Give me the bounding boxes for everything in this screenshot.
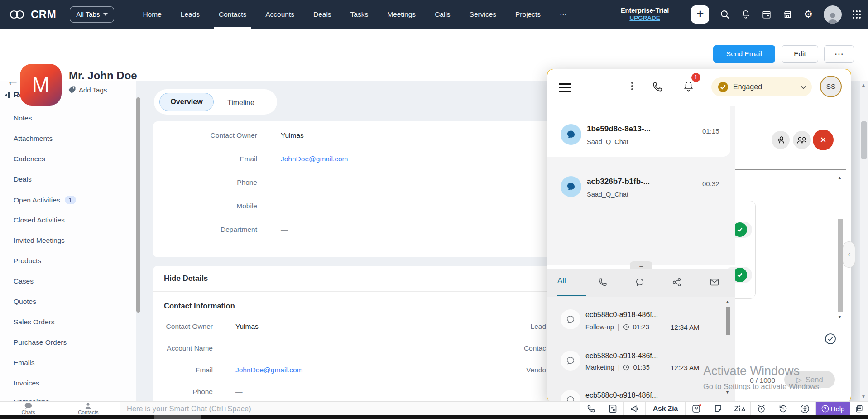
page-scrollbar-thumb[interactable] (861, 121, 867, 159)
chats-tab[interactable]: Chats (21, 402, 35, 415)
recent-items-icon[interactable] (772, 402, 794, 415)
zia-icon[interactable] (729, 402, 750, 415)
upgrade-link[interactable]: UPGRADE (621, 14, 669, 22)
email-link[interactable]: JohnDoe@gmail.com (281, 155, 348, 163)
nav-item-home[interactable]: Home (133, 0, 171, 29)
conversation-scrollbar[interactable]: ▲ ▼ (725, 298, 731, 402)
collapse-panel-tab[interactable]: ‹ (843, 241, 855, 268)
scroll-down-icon[interactable]: ▼ (861, 394, 866, 399)
conversation-id[interactable]: ecb588c0-a918-486f... (585, 352, 658, 360)
widget-phone-icon[interactable] (652, 81, 663, 93)
sticky-note-icon[interactable] (707, 402, 729, 415)
quick-create-button[interactable]: + (691, 5, 709, 24)
agent-status-dropdown[interactable]: Engaged (711, 77, 812, 96)
notifications-bell-icon[interactable] (741, 10, 751, 19)
sidebar-item-products[interactable]: Products (14, 257, 41, 265)
nav-item-accounts[interactable]: Accounts (256, 0, 304, 29)
call-id[interactable]: 1be59d8c-8e13-... (587, 125, 651, 134)
reminders-icon[interactable] (750, 402, 772, 415)
send-email-button[interactable]: Send Email (713, 45, 775, 63)
sidebar-item-campaigns[interactable]: Campaigns (14, 398, 49, 401)
nav-item-calls[interactable]: Calls (425, 0, 460, 29)
tab-share-icon[interactable] (672, 277, 682, 287)
sidebar-item-emails[interactable]: Emails (14, 359, 35, 367)
nav-item-projects[interactable]: Projects (506, 0, 550, 29)
clipboard-icon[interactable] (850, 402, 868, 415)
add-tags-button[interactable]: Add Tags (68, 86, 107, 94)
search-icon[interactable] (720, 10, 730, 19)
hide-details-toggle[interactable]: Hide Details (164, 274, 208, 283)
app-grid-icon[interactable] (853, 10, 861, 19)
signals-icon[interactable] (685, 402, 707, 415)
conversation-scrollbar-thumb[interactable] (726, 307, 730, 335)
contact-avatar[interactable]: M (20, 64, 62, 106)
send-message-button[interactable]: ▷ Send (784, 371, 835, 388)
more-actions-button[interactable]: ⋯ (824, 45, 854, 63)
nav-item-deals[interactable]: Deals (304, 0, 341, 29)
scroll-up-icon[interactable]: ▲ (861, 82, 866, 87)
tab-overview[interactable]: Overview (159, 93, 214, 111)
page-scrollbar[interactable]: ▲ ▼ (860, 81, 868, 401)
call-id[interactable]: acb326b7-b1fb-... (587, 177, 650, 186)
open-activities-count-badge: 1 (65, 196, 76, 204)
agent-avatar[interactable]: SS (820, 76, 842, 97)
tab-chats-bubble-icon[interactable] (635, 277, 645, 287)
announcements-icon[interactable] (623, 402, 645, 415)
back-arrow-icon[interactable]: ← (6, 74, 19, 88)
marketplace-icon[interactable] (782, 10, 793, 19)
nav-item-tasks[interactable]: Tasks (341, 0, 378, 29)
widget-kebab-icon[interactable] (631, 82, 633, 84)
drag-handle[interactable]: ☰ (630, 261, 652, 269)
scroll-up-icon[interactable]: ▲ (838, 175, 842, 180)
feedback-icon[interactable] (602, 402, 623, 415)
mark-complete-icon[interactable] (825, 333, 836, 345)
nav-more-icon[interactable]: ⋯ (550, 0, 576, 29)
nav-item-meetings[interactable]: Meetings (378, 0, 425, 29)
scroll-down-icon[interactable]: ▼ (838, 315, 842, 319)
smartchat-input[interactable] (120, 405, 580, 413)
transfer-call-button[interactable] (772, 131, 790, 149)
accessibility-icon[interactable] (794, 402, 815, 415)
sidebar-item-attachments[interactable]: Attachments (14, 135, 53, 143)
sidebar-item-notes[interactable]: Notes (14, 114, 32, 122)
collapse-sidebar-icon[interactable] (4, 92, 11, 99)
sidebar-item-invited-meetings[interactable]: Invited Meetings (14, 236, 65, 245)
sidebar-item-invoices[interactable]: Invoices (14, 379, 39, 387)
sidebar-item-purchase-orders[interactable]: Purchase Orders (14, 338, 67, 347)
ask-zia-button[interactable]: Ask Zia (645, 402, 685, 415)
calendar-icon[interactable] (762, 10, 772, 19)
end-call-button[interactable]: ✕ (813, 130, 834, 150)
sidebar-item-closed-activities[interactable]: Closed Activities (14, 216, 65, 224)
tab-email-icon[interactable] (710, 277, 719, 287)
transcript-scrollbar-thumb[interactable] (838, 219, 843, 312)
tab-timeline[interactable]: Timeline (223, 97, 259, 109)
edit-button[interactable]: Edit (782, 45, 818, 63)
nav-item-leads[interactable]: Leads (171, 0, 209, 29)
nav-item-services[interactable]: Services (460, 0, 506, 29)
conference-button[interactable] (793, 131, 811, 149)
sidebar-item-open-activities[interactable]: Open Activities 1 (14, 196, 76, 204)
widget-menu-icon[interactable] (559, 83, 571, 85)
email-link[interactable]: JohnDoe@gmail.com (235, 366, 302, 374)
scroll-up-icon[interactable]: ▲ (725, 299, 729, 304)
sidebar-item-deals[interactable]: Deals (14, 175, 32, 183)
conversation-id[interactable]: ecb588c0-a918-486f... (585, 311, 658, 319)
widget-bell-icon[interactable] (682, 80, 695, 93)
user-avatar[interactable] (824, 5, 842, 24)
contacts-tab[interactable]: Contacts (78, 402, 98, 415)
nav-item-contacts[interactable]: Contacts (209, 0, 256, 29)
conversation-avatar-icon (561, 309, 580, 329)
sidebar-scrollbar[interactable] (136, 97, 140, 313)
help-button[interactable]: Help (815, 402, 850, 415)
all-tabs-dropdown[interactable]: All Tabs (70, 6, 114, 23)
sidebar-item-sales-orders[interactable]: Sales Orders (14, 318, 54, 326)
tab-all[interactable]: All (557, 276, 566, 285)
scroll-down-icon[interactable]: ▼ (725, 390, 729, 395)
sidebar-item-quotes[interactable]: Quotes (14, 298, 36, 306)
conversation-id[interactable]: ecb588c0-a918-486f... (585, 391, 658, 400)
sidebar-item-cadences[interactable]: Cadences (14, 155, 45, 163)
settings-gear-icon[interactable]: ⚙ (804, 9, 813, 20)
sidebar-item-cases[interactable]: Cases (14, 277, 34, 285)
telephony-icon[interactable] (580, 402, 602, 415)
tab-calls-phone-icon[interactable] (598, 277, 608, 287)
